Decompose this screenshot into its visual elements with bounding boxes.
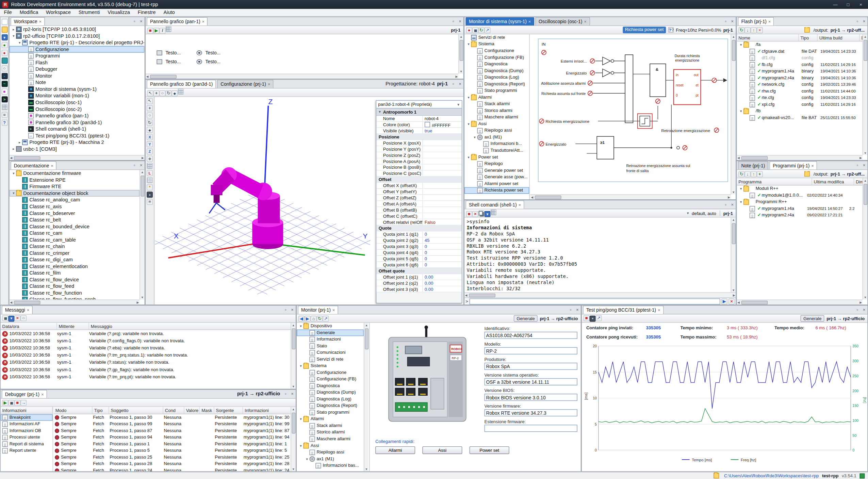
tab-close-icon[interactable]: × bbox=[332, 308, 335, 313]
pan-icon[interactable] bbox=[153, 90, 160, 96]
tree-item[interactable]: Diagnostica bbox=[297, 383, 364, 390]
tab-close-icon[interactable]: × bbox=[202, 19, 204, 24]
expander-icon[interactable]: ▾ bbox=[738, 42, 743, 48]
property-value[interactable] bbox=[423, 213, 462, 219]
stop-icon[interactable] bbox=[466, 211, 472, 217]
shell-tool-icon[interactable] bbox=[1, 96, 7, 102]
step-icon[interactable] bbox=[20, 399, 27, 406]
breakpoint-row[interactable]: SempreFetchProcesso 1, passo 5NessunaPer… bbox=[54, 447, 291, 454]
breakpoint-row[interactable]: SempreFetchProcesso 1, passo 30NessunaPe… bbox=[54, 414, 291, 421]
sidebar-item[interactable]: Report di sistema bbox=[1, 441, 53, 448]
home-icon[interactable] bbox=[311, 315, 317, 321]
close-button[interactable]: × bbox=[856, 1, 866, 8]
back-icon[interactable] bbox=[298, 315, 305, 321]
tree-item[interactable]: Note bbox=[10, 79, 145, 86]
flash-row[interactable]: ✓fb.cfgconfig11/02/2021 14:29:16 bbox=[737, 62, 862, 68]
tree-item[interactable]: Classe rc_elementlocation bbox=[10, 263, 140, 270]
expander-icon[interactable]: ▾ bbox=[472, 134, 477, 141]
tree-item[interactable]: Classe rc_bdeserver bbox=[10, 210, 140, 217]
tree-item[interactable]: Richiesta power set bbox=[464, 187, 529, 194]
tree-item[interactable]: Diagnostica (Dump) bbox=[464, 68, 529, 75]
flash-row[interactable]: ✓rte.cfgconfig19/04/2021 14:23:33 bbox=[737, 95, 862, 101]
expander-icon[interactable]: ▸ bbox=[11, 26, 16, 33]
view-x-icon[interactable] bbox=[147, 134, 153, 140]
breakpoint-row[interactable]: SempreFetchProcesso 1, passo 99NessunaPe… bbox=[54, 421, 291, 428]
tree-item[interactable]: Estensione RPE bbox=[10, 177, 140, 183]
property-value[interactable]: 0 bbox=[423, 244, 462, 249]
tab-close-icon[interactable]: × bbox=[528, 19, 531, 24]
close-icon[interactable]: × bbox=[457, 17, 463, 25]
fit-icon[interactable] bbox=[147, 127, 153, 133]
vertical-scrollbar[interactable]: ▲▼ bbox=[458, 34, 463, 74]
run-icon[interactable] bbox=[2, 399, 9, 406]
message-row[interactable]: 10/03/2022 10:36:58sysm-1Variabile (?.tm… bbox=[1, 352, 291, 359]
tree-item[interactable]: Diagnostica (Report) bbox=[464, 81, 529, 88]
horizontal-scrollbar[interactable]: ◀▶ bbox=[146, 73, 458, 79]
save-icon[interactable] bbox=[485, 211, 491, 217]
tree-item[interactable]: Diagnostica (Log) bbox=[297, 396, 364, 403]
tree-item[interactable]: ▾ax1 (M1) bbox=[297, 456, 364, 463]
tree-item[interactable]: Generale bbox=[297, 329, 364, 336]
tab-sysm[interactable]: Monitor di sistema (sysm-1)× bbox=[465, 17, 534, 25]
expander-icon[interactable]: ▾ bbox=[298, 443, 304, 449]
expander-icon[interactable]: ▾ bbox=[466, 94, 471, 101]
property-value[interactable] bbox=[423, 195, 462, 200]
field-value[interactable]: Robox RTE versione 34.27.3 bbox=[485, 409, 577, 416]
horizontal-scrollbar[interactable]: ◀▶ bbox=[737, 155, 862, 160]
close-icon[interactable]: × bbox=[729, 17, 736, 25]
float-icon[interactable]: ▫ bbox=[282, 305, 289, 314]
tree-item[interactable]: Stato programmi bbox=[464, 87, 529, 94]
tree-item[interactable]: Monitor variabili (mon-1) bbox=[10, 93, 145, 99]
refresh-icon[interactable] bbox=[738, 171, 744, 177]
float-icon[interactable]: ▫ bbox=[450, 17, 457, 25]
breakpoint-row[interactable]: SempreFetchProcesso 1, passo 87NessunaPe… bbox=[54, 428, 291, 434]
property-row[interactable]: Quota joint 4 (qj4)0 bbox=[376, 250, 462, 256]
connect-icon[interactable] bbox=[1, 42, 7, 48]
column-header[interactable]: Modo bbox=[54, 407, 93, 414]
tree-item[interactable]: Allarmi power set bbox=[464, 181, 529, 187]
expander-icon[interactable]: ▾ bbox=[298, 416, 304, 423]
close-icon[interactable]: × bbox=[861, 17, 868, 25]
close-icon[interactable]: × bbox=[574, 305, 581, 314]
breakpoint-row[interactable]: SempreFetchProcesso 1, passo 28NessunaPe… bbox=[54, 461, 291, 467]
property-value[interactable]: true bbox=[423, 128, 462, 133]
tree-item[interactable]: Classe rc_cam_table bbox=[10, 236, 140, 243]
property-row[interactable]: Posizione bbox=[376, 134, 462, 140]
tree-item[interactable]: Riepilogo assi bbox=[464, 127, 529, 134]
tree-item[interactable]: Shell comandi (shell-1) bbox=[10, 126, 145, 132]
flash-row[interactable]: ✓myprogram2.r4abinary19/04/2021 14:10:36 bbox=[737, 75, 862, 82]
tree-item[interactable]: Classe rc_flow_device bbox=[10, 276, 140, 283]
tree-item[interactable]: Classe rc_digi_cam bbox=[10, 257, 140, 263]
close-icon[interactable]: × bbox=[138, 17, 145, 25]
upload-icon[interactable] bbox=[751, 27, 757, 33]
float-icon[interactable]: ▫ bbox=[722, 200, 729, 209]
save-icon[interactable] bbox=[8, 315, 14, 321]
tree-item[interactable]: Oscilloscopio (osc-2) bbox=[10, 106, 145, 113]
expander-icon[interactable]: ▾ bbox=[738, 185, 743, 192]
tree-item[interactable]: ▾Allarmi bbox=[464, 94, 529, 101]
zoom-icon[interactable] bbox=[147, 112, 153, 118]
message-row[interactable]: 10/03/2022 10:36:58sysm-1Variabile (?.pr… bbox=[1, 330, 291, 337]
float-icon[interactable]: ▫ bbox=[131, 161, 138, 169]
tree-item[interactable]: Diagnostica (Dump) bbox=[297, 389, 364, 396]
tree-item[interactable]: Informazioni b... bbox=[464, 141, 529, 147]
tab-pan3d[interactable]: Pannello grafico 3D (pan3d-1) bbox=[147, 80, 216, 88]
sidebar-item[interactable]: Report utente bbox=[1, 447, 53, 454]
menu-item[interactable]: File bbox=[0, 9, 16, 16]
panel3d-icon[interactable] bbox=[1, 88, 7, 95]
flash-row[interactable]: df1.cfgconfig bbox=[737, 55, 862, 62]
tab-configurazione[interactable]: Configurazione (prj-1)× bbox=[217, 80, 274, 88]
property-row[interactable]: Posizione C (posC) bbox=[376, 170, 462, 177]
tab-pingpong[interactable]: Test ping/pong BCC/31 (pptest-1)× bbox=[583, 305, 664, 314]
field-value[interactable]: OSF a 32bit versione 14.11.11 bbox=[485, 378, 577, 385]
tree-item[interactable]: Monitor bbox=[10, 72, 145, 79]
field-value[interactable]: AS1018.002-A062754 bbox=[485, 332, 577, 339]
vertical-scrollbar[interactable]: ▲▼ bbox=[140, 170, 145, 300]
tree-item[interactable]: Classe rc_flow_function bbox=[10, 290, 140, 296]
vertical-scrollbar[interactable]: ▲▼ bbox=[863, 34, 868, 155]
monitor-icon[interactable] bbox=[1, 73, 7, 79]
tab-close-icon[interactable]: × bbox=[51, 163, 53, 168]
tree-item[interactable]: Diagnostica (Log) bbox=[464, 74, 529, 81]
tree-item[interactable]: Classe rc_crimper bbox=[10, 250, 140, 257]
horizontal-scrollbar[interactable]: ◀▶ bbox=[737, 300, 862, 305]
